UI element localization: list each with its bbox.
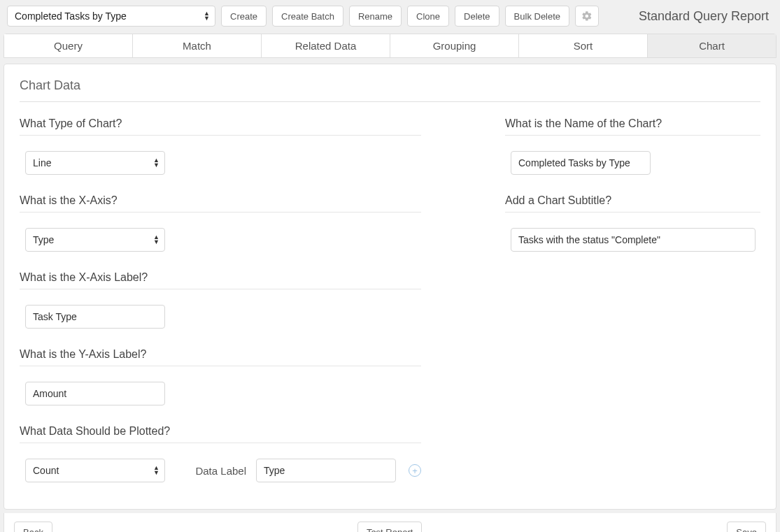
plot-aggregation-select[interactable]: Count xyxy=(25,459,165,482)
x-axis-label-heading: What is the X-Axis Label? xyxy=(20,267,421,289)
data-label-caption: Data Label xyxy=(195,465,246,477)
x-axis-heading: What is the X-Axis? xyxy=(20,190,421,213)
page-title: Standard Query Report xyxy=(639,9,773,24)
rename-button[interactable]: Rename xyxy=(349,6,402,27)
app-root: Completed Tasks by Type ▲▼ Create Create… xyxy=(0,0,780,532)
create-button[interactable]: Create xyxy=(221,6,267,27)
data-label-input[interactable] xyxy=(256,459,396,482)
add-plot-icon[interactable]: + xyxy=(409,464,421,477)
x-axis-select[interactable]: Type xyxy=(25,228,165,252)
right-column: What is the Name of the Chart? Add a Cha… xyxy=(505,113,760,498)
y-axis-label-heading: What is the Y-Axis Label? xyxy=(20,344,421,366)
tab-grouping[interactable]: Grouping xyxy=(390,34,519,57)
tab-sort[interactable]: Sort xyxy=(519,34,648,57)
panel-title: Chart Data xyxy=(20,78,760,102)
tabs: Query Match Related Data Grouping Sort C… xyxy=(3,34,777,58)
test-report-button[interactable]: Test Report xyxy=(357,522,422,532)
clone-button[interactable]: Clone xyxy=(407,6,449,27)
plot-heading: What Data Should be Plotted? xyxy=(20,421,421,443)
topbar: Completed Tasks by Type ▲▼ Create Create… xyxy=(0,0,780,34)
tab-related-data[interactable]: Related Data xyxy=(262,34,390,57)
delete-button[interactable]: Delete xyxy=(455,6,499,27)
x-axis-label-input[interactable] xyxy=(25,305,165,329)
chart-type-heading: What Type of Chart? xyxy=(20,113,421,136)
footer: Back Test Report Save xyxy=(3,513,777,532)
report-select-wrapper: Completed Tasks by Type ▲▼ xyxy=(7,6,215,27)
report-select[interactable]: Completed Tasks by Type xyxy=(7,6,215,27)
gear-icon xyxy=(581,10,593,22)
y-axis-label-input[interactable] xyxy=(25,382,165,405)
tab-match[interactable]: Match xyxy=(133,34,262,57)
chart-name-input[interactable] xyxy=(511,151,651,175)
chart-data-panel: Chart Data What Type of Chart? Line ▲▼ W… xyxy=(3,64,777,510)
columns: What Type of Chart? Line ▲▼ What is the … xyxy=(20,113,760,498)
chart-name-heading: What is the Name of the Chart? xyxy=(505,113,760,136)
left-column: What Type of Chart? Line ▲▼ What is the … xyxy=(20,113,421,498)
save-button[interactable]: Save xyxy=(727,522,766,532)
back-button[interactable]: Back xyxy=(14,522,52,532)
chart-type-select[interactable]: Line xyxy=(25,151,165,175)
tab-chart[interactable]: Chart xyxy=(648,34,776,57)
tab-query[interactable]: Query xyxy=(4,34,133,57)
settings-button[interactable] xyxy=(575,6,599,27)
chart-subtitle-heading: Add a Chart Subtitle? xyxy=(505,190,760,213)
chart-subtitle-input[interactable] xyxy=(511,228,756,252)
create-batch-button[interactable]: Create Batch xyxy=(272,6,343,27)
bulk-delete-button[interactable]: Bulk Delete xyxy=(505,6,569,27)
